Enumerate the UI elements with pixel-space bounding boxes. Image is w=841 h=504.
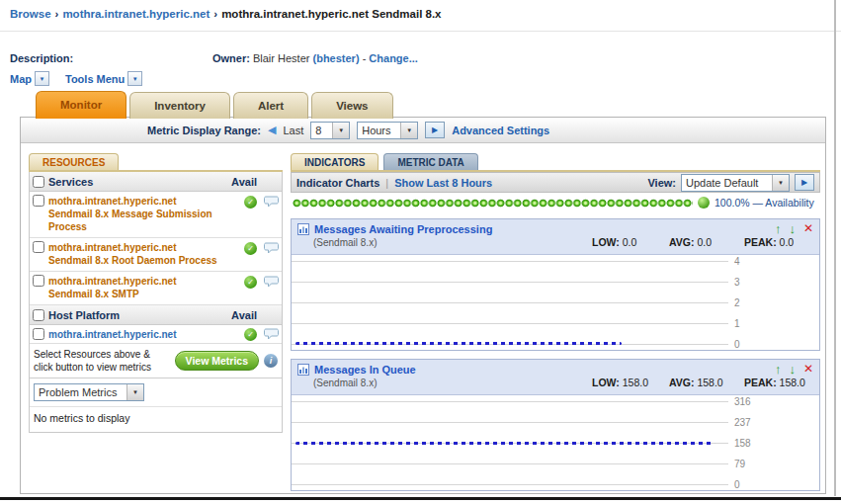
series-line bbox=[295, 442, 715, 445]
monitor-content: Metric Display Range: ◀ Last 8 ▼ Hours ▼… bbox=[20, 117, 826, 494]
tab-alert[interactable]: Alert bbox=[233, 92, 308, 119]
indicator-charts-bar: Indicator Charts | Show Last 8 Hours Vie… bbox=[291, 172, 820, 193]
resources-tabstrip: RESOURCES bbox=[29, 153, 283, 172]
view-metrics-button[interactable]: View Metrics bbox=[175, 351, 259, 371]
availability-dot-large bbox=[698, 197, 710, 209]
peak-label: PEAK: bbox=[744, 236, 777, 248]
breadcrumb: Browse›mothra.intranet.hyperic.net›mothr… bbox=[10, 8, 442, 20]
peak-value: 158.0 bbox=[780, 377, 805, 388]
title-separator: | bbox=[385, 177, 388, 189]
breadcrumb-platform-link[interactable]: mothra.intranet.hyperic.net bbox=[62, 8, 210, 20]
peak-label: PEAK: bbox=[744, 377, 777, 388]
last-label: Last bbox=[283, 125, 303, 136]
low-label: LOW: bbox=[592, 236, 620, 248]
owner-change-link[interactable]: Change... bbox=[369, 52, 418, 64]
service-row-icons: ✓ bbox=[244, 195, 279, 209]
resources-panel: RESOURCES Services Avail mothra.intranet… bbox=[29, 153, 283, 433]
breadcrumb-separator: › bbox=[213, 8, 217, 20]
range-count-select[interactable]: 8 ▼ bbox=[310, 122, 350, 139]
tab-metric-data[interactable]: METRIC DATA bbox=[383, 153, 477, 170]
service-row: mothra.intranet.hyperic.net Sendmail 8.x… bbox=[30, 272, 282, 305]
select-resources-hint: Select Resources above & click button to… bbox=[34, 348, 170, 374]
tools-menu-label: Tools Menu bbox=[65, 73, 125, 85]
range-count-value: 8 bbox=[315, 125, 321, 136]
view-metrics-area: Select Resources above & click button to… bbox=[30, 344, 282, 378]
problem-metrics-row: Problem Metrics ▼ bbox=[30, 378, 282, 407]
resource-meta-row: Description: Owner: Blair Hester (bheste… bbox=[10, 52, 820, 66]
services-header-label: Services bbox=[48, 176, 93, 188]
select-arrow-icon: ▼ bbox=[400, 123, 417, 138]
advanced-settings-link[interactable]: Advanced Settings bbox=[452, 125, 549, 136]
metric-range-label: Metric Display Range: bbox=[147, 125, 261, 136]
hyperic-monitor-page: Browse›mothra.intranet.hyperic.net›mothr… bbox=[0, 0, 841, 504]
breadcrumb-browse-link[interactable]: Browse bbox=[10, 8, 51, 20]
info-icon[interactable]: i bbox=[264, 354, 278, 368]
speech-bubble-icon[interactable] bbox=[264, 242, 279, 255]
owner-username-link[interactable]: (bhester) bbox=[313, 52, 360, 64]
chart-header: Messages Awaiting Preprocessing ↑ ↓ ✕ (S… bbox=[292, 219, 819, 254]
range-go-button[interactable]: ▶ bbox=[425, 122, 445, 138]
y-tick: 4 bbox=[734, 256, 740, 267]
back-arrow-icon[interactable]: ◀ bbox=[268, 124, 276, 136]
service-link[interactable]: mothra.intranet.hyperic.net Sendmail 8.x… bbox=[48, 195, 218, 233]
y-tick: 3 bbox=[734, 277, 740, 288]
owner-name: Blair Hester bbox=[253, 52, 309, 64]
availability-dot-strip bbox=[293, 198, 693, 209]
chart-title-row: Messages In Queue ↑ ↓ ✕ bbox=[297, 363, 813, 376]
grid-line bbox=[292, 302, 728, 303]
description-label: Description: bbox=[10, 52, 73, 64]
host-checkbox[interactable] bbox=[33, 328, 44, 340]
tools-menu-button[interactable]: Tools Menu ▼ bbox=[65, 71, 142, 86]
owner-dash: - bbox=[363, 52, 367, 64]
services-select-all-checkbox[interactable] bbox=[33, 176, 44, 188]
service-row: mothra.intranet.hyperic.net Sendmail 8.x… bbox=[30, 238, 282, 272]
host-select-all-checkbox[interactable] bbox=[33, 309, 44, 321]
service-checkbox[interactable] bbox=[33, 241, 44, 253]
service-link[interactable]: mothra.intranet.hyperic.net Sendmail 8.x… bbox=[48, 275, 218, 300]
service-checkbox[interactable] bbox=[33, 195, 44, 207]
speech-bubble-icon[interactable] bbox=[264, 276, 279, 289]
remove-chart-icon[interactable]: ✕ bbox=[803, 222, 813, 235]
grid-line bbox=[292, 282, 728, 283]
move-up-icon[interactable]: ↑ bbox=[775, 222, 782, 235]
select-arrow-icon: ▼ bbox=[126, 384, 143, 400]
grid-line bbox=[292, 422, 728, 423]
breadcrumb-separator: › bbox=[55, 8, 59, 20]
host-platform-header-label: Host Platform bbox=[48, 309, 120, 321]
view-go-button[interactable]: ▶ bbox=[795, 174, 814, 191]
chart-title-link[interactable]: Messages Awaiting Preprocessing bbox=[314, 223, 492, 235]
host-row-icons: ✓ bbox=[244, 327, 279, 341]
map-menu-button[interactable]: Map ▼ bbox=[10, 71, 49, 86]
chart-title-link[interactable]: Messages In Queue bbox=[314, 364, 416, 376]
host-row: mothra.intranet.hyperic.net ✓ bbox=[30, 325, 282, 344]
host-link[interactable]: mothra.intranet.hyperic.net bbox=[48, 329, 218, 340]
view-select[interactable]: Update Default ▼ bbox=[681, 174, 790, 192]
tab-resources[interactable]: RESOURCES bbox=[29, 153, 119, 170]
move-down-icon[interactable]: ↓ bbox=[789, 363, 796, 376]
move-down-icon[interactable]: ↓ bbox=[789, 222, 796, 235]
speech-bubble-icon[interactable] bbox=[264, 196, 279, 209]
remove-chart-icon[interactable]: ✕ bbox=[803, 363, 813, 376]
window-bottom-edge bbox=[0, 497, 841, 500]
tab-views[interactable]: Views bbox=[311, 92, 392, 119]
service-link[interactable]: mothra.intranet.hyperic.net Sendmail 8.x… bbox=[48, 241, 218, 267]
availability-ok-icon: ✓ bbox=[244, 242, 257, 255]
show-last-8-hours-link[interactable]: Show Last 8 Hours bbox=[394, 177, 492, 189]
hint-line-1: Select Resources above & bbox=[34, 348, 170, 361]
indicator-charts-title: Indicator Charts bbox=[296, 177, 379, 189]
chart-plot-area: 4 3 2 1 0 bbox=[292, 254, 819, 350]
availability-row: 100.0% — Availability bbox=[291, 193, 820, 210]
tab-indicators[interactable]: INDICATORS bbox=[291, 153, 378, 170]
tab-monitor[interactable]: Monitor bbox=[36, 91, 126, 119]
chart-action-icons: ↑ ↓ ✕ bbox=[775, 222, 813, 235]
range-unit-select[interactable]: Hours ▼ bbox=[357, 122, 418, 139]
speech-bubble-icon[interactable] bbox=[264, 328, 279, 341]
problem-metrics-select[interactable]: Problem Metrics ▼ bbox=[34, 383, 144, 401]
grid-line bbox=[292, 401, 728, 402]
move-up-icon[interactable]: ↑ bbox=[775, 363, 782, 376]
tab-inventory[interactable]: Inventory bbox=[129, 92, 230, 119]
service-checkbox[interactable] bbox=[33, 275, 44, 287]
y-tick: 158 bbox=[734, 438, 751, 449]
availability-ok-icon: ✓ bbox=[244, 196, 257, 209]
breadcrumb-current: mothra.intranet.hyperic.net Sendmail 8.x bbox=[221, 8, 441, 20]
